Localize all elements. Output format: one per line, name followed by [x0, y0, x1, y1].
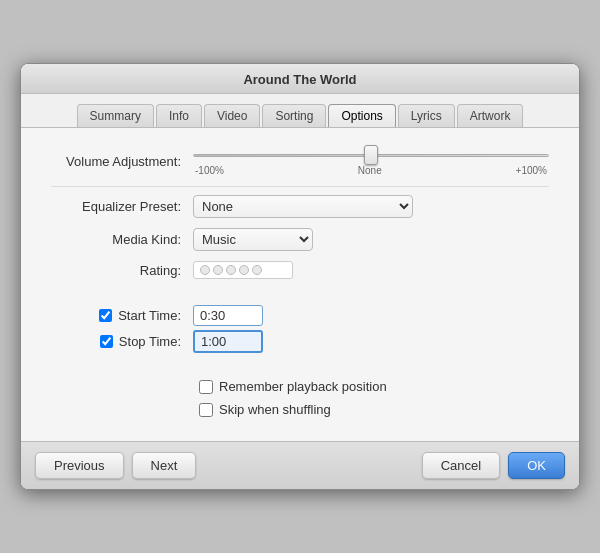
main-window: Around The World Summary Info Video Sort…	[20, 63, 580, 490]
rating-row: Rating:	[51, 261, 549, 279]
tab-bar: Summary Info Video Sorting Options Lyric…	[21, 94, 579, 127]
tab-options[interactable]: Options	[328, 104, 395, 127]
volume-slider[interactable]	[193, 146, 549, 164]
slider-thumb[interactable]	[364, 145, 378, 165]
rating-label: Rating:	[51, 263, 181, 278]
volume-max-label: +100%	[516, 165, 547, 176]
tab-lyrics[interactable]: Lyrics	[398, 104, 455, 127]
equalizer-label: Equalizer Preset:	[51, 199, 181, 214]
next-button[interactable]: Next	[132, 452, 197, 479]
media-kind-select[interactable]: Music Podcast Audiobook Movie TV Show Mu…	[193, 228, 313, 251]
spacer-1	[51, 289, 549, 305]
volume-label: Volume Adjustment:	[51, 154, 181, 169]
rating-dot-3	[226, 265, 236, 275]
cancel-button[interactable]: Cancel	[422, 452, 500, 479]
stop-time-checkbox[interactable]	[100, 335, 113, 348]
remember-label: Remember playback position	[219, 379, 387, 394]
rating-dot-2	[213, 265, 223, 275]
footer: Previous Next Cancel OK	[21, 441, 579, 489]
start-time-row: Start Time:	[51, 305, 549, 326]
volume-min-label: -100%	[195, 165, 224, 176]
previous-button[interactable]: Previous	[35, 452, 124, 479]
start-time-label: Start Time:	[118, 308, 181, 323]
tab-summary[interactable]: Summary	[77, 104, 154, 127]
rating-field[interactable]	[193, 261, 293, 279]
tab-video[interactable]: Video	[204, 104, 260, 127]
tab-sorting[interactable]: Sorting	[262, 104, 326, 127]
rating-dot-4	[239, 265, 249, 275]
skip-label: Skip when shuffling	[219, 402, 331, 417]
equalizer-select[interactable]: None Acoustic Bass Booster Classical Dan…	[193, 195, 413, 218]
tab-artwork[interactable]: Artwork	[457, 104, 524, 127]
media-kind-label: Media Kind:	[51, 232, 181, 247]
start-time-checkbox[interactable]	[99, 309, 112, 322]
ok-button[interactable]: OK	[508, 452, 565, 479]
rating-dot-1	[200, 265, 210, 275]
volume-none-label: None	[224, 165, 516, 176]
skip-checkbox[interactable]	[199, 403, 213, 417]
media-kind-row: Media Kind: Music Podcast Audiobook Movi…	[51, 228, 549, 251]
options-panel: Volume Adjustment: -100% None +100% Equa…	[21, 127, 579, 441]
footer-left: Previous Next	[35, 452, 422, 479]
stop-time-row: Stop Time:	[51, 330, 549, 353]
footer-right: Cancel OK	[422, 452, 565, 479]
slider-ticks: -100% None +100%	[193, 165, 549, 176]
stop-time-input[interactable]	[193, 330, 263, 353]
skip-row: Skip when shuffling	[51, 402, 549, 417]
volume-row: Volume Adjustment: -100% None +100%	[51, 146, 549, 176]
slider-track-line	[193, 154, 549, 157]
remember-checkbox[interactable]	[199, 380, 213, 394]
window-title: Around The World	[243, 72, 356, 87]
volume-slider-container: -100% None +100%	[193, 146, 549, 176]
rating-dot-5	[252, 265, 262, 275]
equalizer-row: Equalizer Preset: None Acoustic Bass Boo…	[51, 195, 549, 218]
tab-info[interactable]: Info	[156, 104, 202, 127]
remember-row: Remember playback position	[51, 379, 549, 394]
spacer-2	[51, 363, 549, 379]
divider-1	[51, 186, 549, 187]
titlebar: Around The World	[21, 64, 579, 94]
start-time-input[interactable]	[193, 305, 263, 326]
stop-time-label: Stop Time:	[119, 334, 181, 349]
